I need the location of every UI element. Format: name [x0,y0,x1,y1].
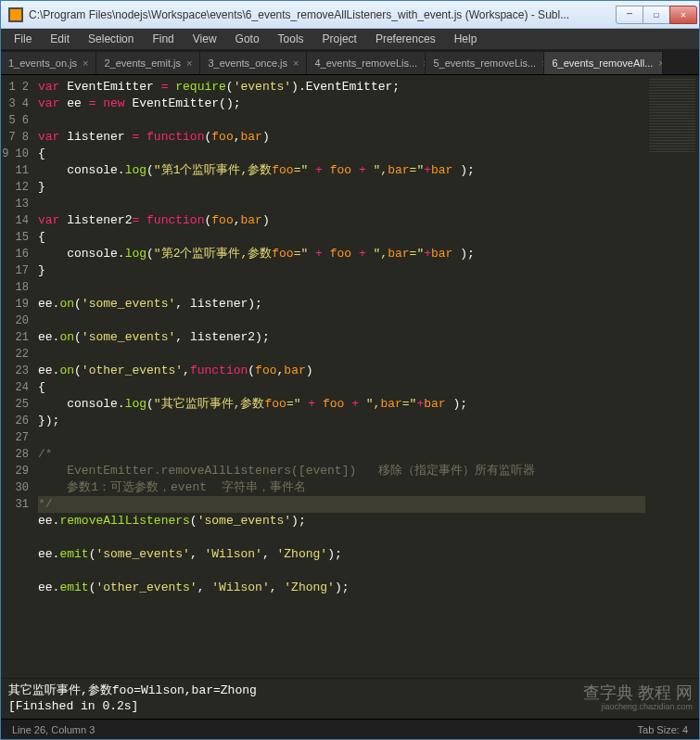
tab-label: 6_events_removeAll... [552,57,653,69]
menu-preferences[interactable]: Preferences [366,31,445,47]
tab-5[interactable]: 6_events_removeAll...× [544,52,663,74]
tab-4[interactable]: 5_events_removeLis...× [426,52,544,74]
tabbar: 1_events_on.js×2_events_emit.js×3_events… [1,49,699,75]
console-line: [Finished in 0.2s] [8,699,138,713]
tab-1[interactable]: 2_events_emit.js× [96,52,200,74]
tab-label: 1_events_on.js [8,57,77,69]
window-controls: ─ ☐ ✕ [617,6,697,24]
tab-3[interactable]: 4_events_removeLis...× [307,52,426,74]
tab-label: 4_events_removeLis... [314,57,417,69]
console-line: 其它监听事件,参数foo=Wilson,bar=Zhong [8,683,257,697]
close-icon[interactable]: × [658,57,663,69]
menubar: FileEditSelectionFindViewGotoToolsProjec… [1,29,699,49]
minimize-button[interactable]: ─ [616,6,643,24]
status-position: Line 26, Column 3 [12,724,95,735]
tab-label: 5_events_removeLis... [433,57,536,69]
titlebar[interactable]: C:\Program Files\nodejs\Workspace\events… [1,1,699,29]
tab-0[interactable]: 1_events_on.js× [1,52,96,74]
menu-find[interactable]: Find [143,31,183,47]
editor-area[interactable]: 1 2 3 4 5 6 7 8 9 10 11 12 13 14 15 16 1… [1,75,699,678]
build-output: 其它监听事件,参数foo=Wilson,bar=Zhong [Finished … [1,678,699,719]
tab-2[interactable]: 3_events_once.js× [200,52,307,74]
line-gutter: 1 2 3 4 5 6 7 8 9 10 11 12 13 14 15 16 1… [1,75,38,678]
menu-selection[interactable]: Selection [79,31,143,47]
menu-goto[interactable]: Goto [226,31,269,47]
minimap[interactable] [645,75,699,678]
menu-project[interactable]: Project [313,31,366,47]
window-title: C:\Program Files\nodejs\Workspace\events… [29,8,617,21]
app-window: C:\Program Files\nodejs\Workspace\events… [0,0,700,740]
close-icon[interactable]: × [83,57,88,69]
close-icon[interactable]: × [293,57,299,69]
svg-rect-1 [10,9,21,20]
status-tabsize[interactable]: Tab Size: 4 [638,724,688,735]
menu-view[interactable]: View [184,31,226,47]
maximize-button[interactable]: ☐ [643,6,670,24]
close-icon[interactable]: × [186,57,192,69]
tab-label: 2_events_emit.js [104,57,181,69]
menu-tools[interactable]: Tools [269,31,313,47]
code-content[interactable]: var EventEmitter = require('events').Eve… [38,75,645,678]
menu-help[interactable]: Help [445,31,487,47]
close-button[interactable]: ✕ [669,6,697,24]
statusbar: Line 26, Column 3 Tab Size: 4 [1,719,699,739]
app-icon [8,7,23,22]
tab-label: 3_events_once.js [208,57,287,69]
menu-edit[interactable]: Edit [41,31,79,47]
menu-file[interactable]: File [5,31,41,47]
